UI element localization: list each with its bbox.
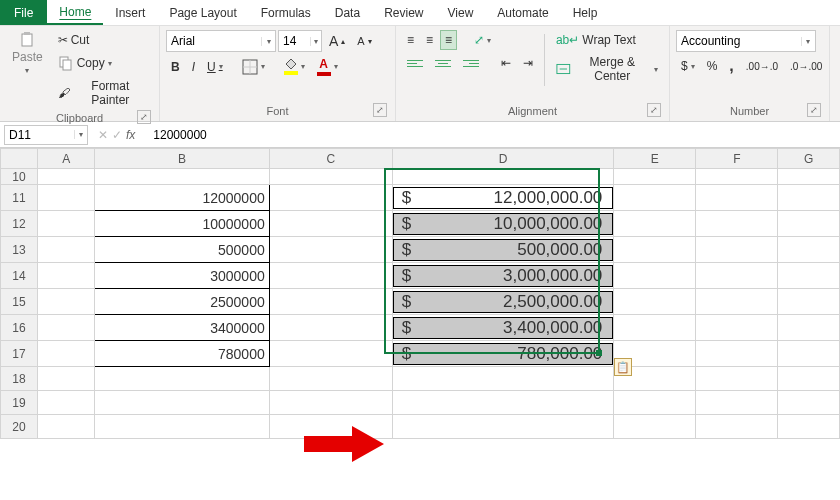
font-launcher[interactable]: ⤢: [373, 103, 387, 117]
chevron-down-icon[interactable]: ▾: [261, 37, 275, 46]
cancel-formula-icon[interactable]: ✕: [98, 128, 108, 142]
name-box-input[interactable]: [5, 128, 74, 142]
cell[interactable]: [614, 211, 696, 237]
cell[interactable]: [392, 169, 614, 185]
col-header[interactable]: F: [696, 149, 778, 169]
number-launcher[interactable]: ⤢: [807, 103, 821, 117]
cell[interactable]: [614, 315, 696, 341]
cell[interactable]: [95, 391, 269, 415]
wrap-text-button[interactable]: ab↵ Wrap Text: [551, 30, 663, 50]
col-header[interactable]: B: [95, 149, 269, 169]
tab-automate[interactable]: Automate: [485, 0, 560, 25]
font-name-combo[interactable]: ▾: [166, 30, 276, 52]
cell[interactable]: [778, 185, 840, 211]
decrease-indent-button[interactable]: ⇤: [496, 53, 516, 73]
cell[interactable]: [37, 263, 94, 289]
cell[interactable]: $12,000,000.00: [392, 185, 614, 211]
align-bottom-button[interactable]: ≡: [440, 30, 457, 50]
format-painter-button[interactable]: 🖌 Format Painter: [53, 76, 153, 110]
cell[interactable]: 3400000: [95, 315, 269, 341]
increase-decimal-button[interactable]: .00→.0: [741, 58, 783, 75]
cell[interactable]: [269, 211, 392, 237]
cell[interactable]: [269, 169, 392, 185]
row-header[interactable]: 16: [1, 315, 38, 341]
cell[interactable]: [37, 185, 94, 211]
cell[interactable]: [696, 367, 778, 391]
tab-insert[interactable]: Insert: [103, 0, 157, 25]
percent-format-button[interactable]: %: [702, 56, 723, 76]
decrease-font-button[interactable]: A▾: [352, 32, 376, 50]
formula-input[interactable]: [147, 128, 840, 142]
cell[interactable]: [778, 237, 840, 263]
cell[interactable]: $3,000,000.00: [392, 263, 614, 289]
column-headers[interactable]: A B C D E F G: [1, 149, 840, 169]
cell[interactable]: 3000000: [95, 263, 269, 289]
cell[interactable]: [37, 391, 94, 415]
comma-format-button[interactable]: ,: [724, 54, 738, 78]
cell[interactable]: [37, 169, 94, 185]
cell[interactable]: [696, 185, 778, 211]
row-header[interactable]: 12: [1, 211, 38, 237]
cell[interactable]: [37, 237, 94, 263]
cell[interactable]: [37, 367, 94, 391]
cell[interactable]: [95, 169, 269, 185]
fx-icon[interactable]: fx: [126, 128, 141, 142]
col-header[interactable]: G: [778, 149, 840, 169]
cell[interactable]: [696, 341, 778, 367]
font-color-button[interactable]: A ▾: [312, 54, 343, 79]
cut-button[interactable]: ✂ Cut: [53, 30, 153, 50]
font-size-input[interactable]: [279, 34, 310, 48]
cell[interactable]: [696, 211, 778, 237]
paste-options-button[interactable]: 📋: [614, 358, 632, 376]
cell[interactable]: $2,500,000.00: [392, 289, 614, 315]
worksheet-grid[interactable]: A B C D E F G 101112000000$12,000,000.00…: [0, 148, 840, 439]
copy-button[interactable]: Copy ▾: [53, 52, 153, 74]
alignment-launcher[interactable]: ⤢: [647, 103, 661, 117]
cell[interactable]: [269, 237, 392, 263]
font-size-combo[interactable]: ▾: [278, 30, 322, 52]
col-header[interactable]: E: [614, 149, 696, 169]
row-header[interactable]: 15: [1, 289, 38, 315]
cell[interactable]: [696, 289, 778, 315]
number-format-combo[interactable]: ▾: [676, 30, 816, 52]
name-box[interactable]: ▾: [4, 125, 88, 145]
cell[interactable]: [696, 391, 778, 415]
chevron-down-icon[interactable]: ▾: [801, 37, 815, 46]
merge-center-button[interactable]: Merge & Center ▾: [551, 52, 663, 86]
align-left-button[interactable]: [402, 52, 428, 74]
cell[interactable]: [614, 185, 696, 211]
align-center-button[interactable]: [430, 52, 456, 74]
font-name-input[interactable]: [167, 34, 261, 48]
col-header[interactable]: D: [392, 149, 614, 169]
fill-color-button[interactable]: ▾: [279, 55, 310, 78]
select-all-corner[interactable]: [1, 149, 38, 169]
cell[interactable]: [269, 289, 392, 315]
cell[interactable]: [392, 415, 614, 439]
row-header[interactable]: 17: [1, 341, 38, 367]
cell[interactable]: [269, 391, 392, 415]
tab-page-layout[interactable]: Page Layout: [157, 0, 248, 25]
cell[interactable]: [614, 391, 696, 415]
cell[interactable]: [614, 415, 696, 439]
cell[interactable]: [696, 169, 778, 185]
tab-review[interactable]: Review: [372, 0, 435, 25]
cell[interactable]: [614, 169, 696, 185]
row-header[interactable]: 18: [1, 367, 38, 391]
cell[interactable]: [778, 315, 840, 341]
cell[interactable]: 500000: [95, 237, 269, 263]
cell[interactable]: [37, 211, 94, 237]
cell[interactable]: [778, 341, 840, 367]
cell[interactable]: [614, 289, 696, 315]
orientation-button[interactable]: ⤢▾: [469, 30, 496, 50]
align-middle-button[interactable]: ≡: [421, 30, 438, 50]
cell[interactable]: [778, 415, 840, 439]
row-header[interactable]: 11: [1, 185, 38, 211]
cell[interactable]: [778, 263, 840, 289]
cell[interactable]: [778, 391, 840, 415]
enter-formula-icon[interactable]: ✓: [112, 128, 122, 142]
increase-font-button[interactable]: A▴: [324, 30, 350, 52]
tab-formulas[interactable]: Formulas: [249, 0, 323, 25]
cell[interactable]: [392, 391, 614, 415]
cell[interactable]: [778, 211, 840, 237]
paste-button[interactable]: Paste ▾: [6, 30, 49, 77]
